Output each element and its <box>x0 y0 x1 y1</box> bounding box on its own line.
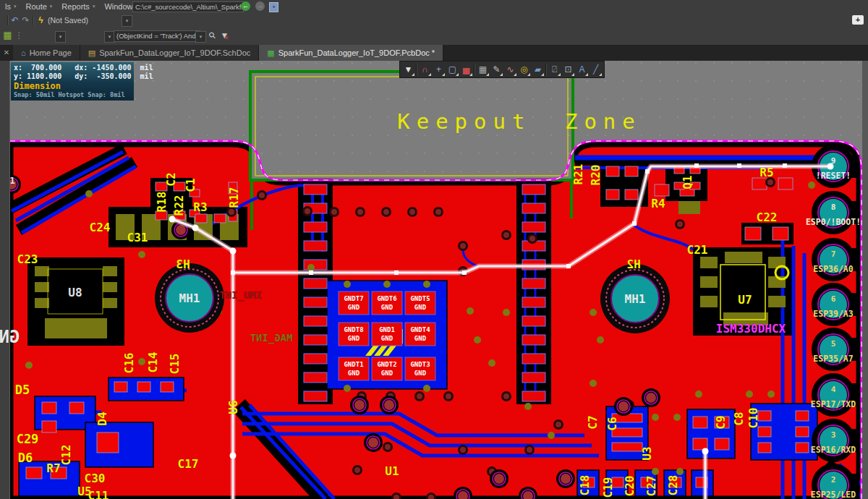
gnd-pad-name: GNDT4 <box>410 326 430 333</box>
project-path-combo[interactable]: C:\c#_sourcecode\_Altium\_Sparkf ▾ <box>132 1 244 12</box>
hole-label: MH1 <box>625 292 646 306</box>
gnd-pad-gndt1[interactable]: GNDT1GND <box>339 357 369 380</box>
pad-number: 4 <box>831 385 836 394</box>
gnd-pad-name: GNDT3 <box>410 361 430 368</box>
pad-number: 5 <box>831 339 836 349</box>
search-icon[interactable]: ⚲ <box>205 27 221 43</box>
tab-pcbdoc[interactable]: ▦SparkFun_DataLogger_IoT_9DOF.PcbDoc * <box>259 45 443 61</box>
gnd-pad-gndt8[interactable]: GNDT8GND <box>339 323 369 346</box>
magnet-snap-icon[interactable]: ∩ <box>418 63 432 77</box>
gnd-pad-gndt7[interactable]: GNDT7GND <box>339 291 369 315</box>
tab-home[interactable]: ⌂Home Page <box>13 45 80 61</box>
component-icon[interactable]: ▦ <box>476 63 490 77</box>
toolbar-row-standard: ↶ ↷ ϟ (Not Saved) ▾ + <box>0 13 868 29</box>
close-icon[interactable]: ✕ <box>0 45 13 61</box>
active-bar-toolbar: ▼∩+▢▅▦✎∿◎▰⍁⊡A╱ <box>399 61 605 78</box>
clear-filter-x-icon: ✕ <box>224 33 229 44</box>
tab-label: Home Page <box>30 48 72 57</box>
layer-combo[interactable]: ▾ <box>55 31 66 43</box>
polygon-pour-icon[interactable]: ▰ <box>531 63 545 77</box>
gnd-pad-gndt5[interactable]: GNDT5GND <box>405 291 435 315</box>
tab-schdoc-icon: ▤ <box>88 48 95 58</box>
undo-icon[interactable]: ↶ <box>9 14 20 26</box>
pad-number: 6 <box>831 294 836 304</box>
gnd-pad-gndt6[interactable]: GNDT6GND <box>372 291 402 315</box>
back-button[interactable]: ← <box>241 1 250 11</box>
board-insight-icon[interactable]: ▦ <box>2 30 13 41</box>
track-vertex-handle[interactable] <box>694 163 699 168</box>
track-vertex-handle[interactable] <box>632 221 637 226</box>
pad-net-label: ESP35/A7 <box>813 354 853 364</box>
comment-icon[interactable]: + <box>852 15 864 25</box>
track-endpoint[interactable] <box>169 216 176 223</box>
document-tab-bar: ✕ ⌂Home Page▤SparkFun_DataLogger_IoT_9DO… <box>0 45 868 61</box>
new-document-icon[interactable]: + <box>269 2 278 12</box>
left-panel-edge[interactable] <box>0 61 10 499</box>
via-icon[interactable]: ◎ <box>517 63 531 77</box>
hud-mode: Dimension <box>14 81 131 91</box>
pcb-canvas[interactable]: MH1MH19!RESET!8ESP0/!BOOT!7ESP36/A06ESP3… <box>0 61 868 499</box>
menu-label: ls <box>5 2 11 11</box>
track-vertex-handle[interactable] <box>783 163 787 168</box>
drag-dots-icon[interactable]: ⋮ <box>14 30 25 41</box>
tab-label: SparkFun_DataLogger_IoT_9DOF.PcbDoc * <box>278 48 435 57</box>
heads-up-display: x: 700.000 dx: -1450.000 mil y: 1100.000… <box>11 62 134 101</box>
track-icon[interactable]: ╱ <box>589 63 603 77</box>
track-vertex-handle[interactable] <box>309 270 313 275</box>
menu-route[interactable]: Route▾ <box>22 2 58 11</box>
redo-icon[interactable]: ↷ <box>20 14 31 26</box>
track-vertex-handle[interactable] <box>462 270 467 275</box>
pad-net-label: !RESET! <box>816 171 851 181</box>
gnd-pad-name: GNDT5 <box>410 295 430 302</box>
track-endpoint[interactable] <box>230 248 237 255</box>
gnd-pad-gndt2[interactable]: GNDT2GND <box>372 357 402 380</box>
project-path-value: C:\c#_sourcecode\_Altium\_Sparkf <box>135 3 241 11</box>
filter-icon[interactable]: ▼ <box>401 63 415 77</box>
track-vertex-handle[interactable] <box>737 163 741 168</box>
track-endpoint[interactable] <box>702 448 709 455</box>
pad-net-label: ESP16/RXD <box>811 445 856 455</box>
run-script-icon[interactable]: ϟ <box>35 14 46 26</box>
chevron-down-icon: ▾ <box>93 4 95 9</box>
filter-history-combo[interactable]: ▾ <box>195 31 206 43</box>
mounting-hole-h2[interactable]: MH1 <box>600 264 670 333</box>
mounting-hole-h3[interactable]: MH1 <box>155 263 224 333</box>
gnd-pad-name: GNDT1 <box>344 361 363 368</box>
track-endpoint[interactable] <box>827 163 834 170</box>
pad-net-label: ESP0/!BOOT! <box>806 217 861 227</box>
arc-route-icon[interactable]: ∿ <box>503 63 517 77</box>
chart-icon[interactable]: ▅ <box>459 63 473 77</box>
track-vertex-handle[interactable] <box>394 270 399 275</box>
filter-expression-field[interactable]: (ObjectKind = 'Track') And (N <box>114 30 200 42</box>
save-status: (Not Saved) <box>48 16 88 25</box>
gnd-pad-gnd1[interactable]: GND1GND <box>372 323 402 346</box>
pad-number: 2 <box>831 475 836 485</box>
crosshair-icon[interactable]: + <box>432 63 446 77</box>
chevron-down-icon: ▾ <box>14 4 17 9</box>
track-vertex-handle[interactable] <box>645 169 650 174</box>
interactive-route-icon[interactable]: ✎ <box>490 63 503 77</box>
hud-snap-info: Snap: 50mil Hotspot Snap: 8mil <box>14 91 131 98</box>
gnd-pad-net: GND <box>348 370 360 377</box>
gnd-pad-gndt3[interactable]: GNDT3GND <box>405 357 435 380</box>
hud-dxdy-row: y: 1100.000 dy: -350.000 mil <box>14 72 131 81</box>
selection-box-icon[interactable]: ▢ <box>446 63 459 77</box>
altium-pcb-editor: MH1MH19!RESET!8ESP0/!BOOT!7ESP36/A06ESP3… <box>0 0 868 499</box>
gnd-pad-name: GND1 <box>379 326 395 333</box>
gnd-pad-name: GNDT7 <box>344 295 363 302</box>
variant-combo[interactable]: ▾ <box>122 15 132 27</box>
menu-ls[interactable]: ls▾ <box>1 2 22 11</box>
dimension-icon[interactable]: ⊡ <box>561 63 575 77</box>
text-string-icon[interactable]: A <box>575 63 589 77</box>
gnd-pad-gndt4[interactable]: GNDT4GND <box>405 323 435 346</box>
tab-schdoc[interactable]: ▤SparkFun_DataLogger_IoT_9DOF.SchDoc <box>80 45 260 61</box>
forward-button[interactable]: → <box>255 1 265 11</box>
track-vertex-handle[interactable] <box>231 270 235 275</box>
pad-number: 8 <box>831 202 836 212</box>
line-box-icon[interactable]: ⍁ <box>548 63 561 77</box>
track-endpoint[interactable] <box>192 225 199 231</box>
menu-reports[interactable]: Reports▾ <box>58 2 101 11</box>
track-endpoint[interactable] <box>230 453 237 459</box>
tab-home-icon: ⌂ <box>21 48 26 57</box>
track-vertex-handle[interactable] <box>566 264 571 268</box>
